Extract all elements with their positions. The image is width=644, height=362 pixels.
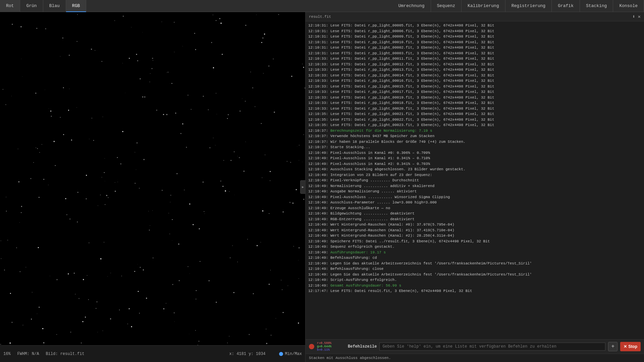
log-line: 12:10:33: Lese FITS: Datei r_pp_light_00… xyxy=(308,95,641,101)
hist-g: g=0.644% xyxy=(317,345,344,348)
log-line: 12:10:49: Ausschluss-Parameter ...... lo… xyxy=(308,200,641,205)
log-line: 12:10:49: Normalisierung ........... add… xyxy=(308,183,641,189)
log-line: 12:10:49: Sequenz erfolgreich gestackt. xyxy=(308,244,641,250)
log-line: 12:10:31: Lese FITS: Datei r_pp_light_00… xyxy=(308,45,641,51)
log-line: 12:10:49: Wert Hintergrund-Rauschen (Kan… xyxy=(308,228,641,233)
log-line: 12:10:49: Pixel-Ausschluss in Kanal #1: … xyxy=(308,156,641,161)
console-log[interactable]: 12:10:31: Lese FITS: Datei r_pp_light_00… xyxy=(306,21,644,339)
star-image xyxy=(0,12,305,345)
tab-blau[interactable]: Blau xyxy=(43,0,66,12)
log-line: 12:10:49: Bildgewichtung ........... dea… xyxy=(308,211,641,217)
minmax-button[interactable]: Min/Max xyxy=(279,352,302,356)
close-console-icon[interactable]: ✕ xyxy=(638,14,641,19)
menu-registrierung[interactable]: Registrierung xyxy=(505,0,552,12)
log-line: 12:10:33: Lese FITS: Datei r_pp_light_00… xyxy=(308,67,641,73)
tab-rot[interactable]: Rot xyxy=(0,0,20,12)
log-line: 12:10:49: Ausführungsdauer: 19.17 s xyxy=(308,250,641,255)
befehlszeile-label: Befehlszeile xyxy=(348,344,377,349)
log-line: 12:10:33: Lese FITS: Datei r_pp_light_00… xyxy=(308,73,641,78)
menu-sequenz[interactable]: Sequenz xyxy=(431,0,462,12)
zoom-info: 16% xyxy=(3,352,11,356)
console-bottom: r=0.588% g=0.644% b=0.11% Befehlszeile +… xyxy=(306,339,644,362)
minmax-label: Min/Max xyxy=(285,352,302,356)
stop-button[interactable]: ✕ Stop xyxy=(620,342,641,351)
log-line: 12:10:31: Lese FITS: Datei r_pp_light_00… xyxy=(308,40,641,45)
log-line: 12:10:33: Lese FITS: Datei r_pp_light_00… xyxy=(308,56,641,62)
menu-kalibrierung[interactable]: Kalibrierung xyxy=(462,0,505,12)
status-indicator xyxy=(309,344,314,349)
log-line: 12:10:33: Lese FITS: Datei r_pp_light_00… xyxy=(308,62,641,67)
add-command-button[interactable]: + xyxy=(608,342,618,351)
fwhm-info: FWHM: N/A xyxy=(17,352,39,356)
log-line: 12:10:49: Pixel-Ausschluss in Kanal #2: … xyxy=(308,161,641,167)
console-header: result.fit ⬇ ✕ xyxy=(306,12,644,21)
collapse-arrow[interactable]: ▶ xyxy=(300,180,305,194)
log-line: 12:10:49: Legen Sie das aktuelle Arbeits… xyxy=(308,272,641,278)
image-name: Bild: result.fit xyxy=(46,352,84,356)
log-line: 12:10:49: Wert Hintergrund-Rauschen (Kan… xyxy=(308,233,641,239)
log-line: 12:10:49: Script-Ausführung erfolgreich. xyxy=(308,277,641,283)
menu-konsole[interactable]: Konsole xyxy=(613,0,644,12)
result-fit-label: result.fit xyxy=(309,15,331,19)
status-bar: Stacken mit Ausschluss abgeschlossen. xyxy=(306,354,644,362)
log-line: 12:10:31: Lese FITS: Datei r_pp_light_00… xyxy=(308,34,641,40)
log-line: 12:10:35: Lese FITS: Datei r_pp_light_00… xyxy=(308,111,641,117)
log-line: 12:10:37: Verwende höchstens 9437 MB Spe… xyxy=(308,133,641,139)
menu-grafik[interactable]: Grafik xyxy=(552,0,580,12)
stop-label: Stop xyxy=(628,344,637,349)
log-line: 12:10:37: Starte Stacking... xyxy=(308,144,641,150)
log-line: 12:10:49: Legen Sie das aktuelle Arbeits… xyxy=(308,261,641,266)
coords-info: x: 4181 y: 1034 xyxy=(229,352,266,356)
hist-r: r=0.588% xyxy=(317,342,344,345)
console-toolbar: ⬇ ✕ xyxy=(632,14,641,19)
log-line: 12:10:49: Pixel-Ausschluss in Kanal #0: … xyxy=(308,150,641,156)
tab-gruen[interactable]: Grün xyxy=(20,0,43,12)
log-line: 12:10:49: Erzeuge Ausschlußkarte — no xyxy=(308,205,641,211)
log-line: 12:10:37: Berechnungszeit für die Normal… xyxy=(308,128,641,134)
log-line: 12:10:49: Ausschluss Stacking abgeschlos… xyxy=(308,167,641,172)
menu-stacking[interactable]: Stacking xyxy=(580,0,613,12)
befehlszeile-bar: r=0.588% g=0.644% b=0.11% Befehlszeile +… xyxy=(306,340,644,354)
log-line: 12:10:49: Integration von 23 Bildern auf… xyxy=(308,172,641,178)
log-line: 12:10:31: Lese FITS: Datei r_pp_light_00… xyxy=(308,28,641,34)
log-line: 12:10:33: Lese FITS: Datei r_pp_light_00… xyxy=(308,84,641,89)
image-panel: ▶ 16% FWHM: N/A Bild: result.fit x: 4181… xyxy=(0,12,305,362)
image-footer: 16% FWHM: N/A Bild: result.fit x: 4181 y… xyxy=(0,345,305,362)
log-line: 12:10:31: Lese FITS: Datei r_pp_light_00… xyxy=(308,23,641,28)
histogram-mini: r=0.588% g=0.644% b=0.11% xyxy=(317,342,344,352)
main-layout: ▶ 16% FWHM: N/A Bild: result.fit x: 4181… xyxy=(0,12,644,362)
log-line: 12:10:49: Pixel-Ausschluss ........... W… xyxy=(308,194,641,200)
log-line: 12:10:49: Befehlsausführung: cd xyxy=(308,255,641,261)
log-line: 12:10:49: RGB-Entzerrung ........... dea… xyxy=(308,217,641,222)
log-line: 12:10:33: Lese FITS: Datei r_pp_light_00… xyxy=(308,78,641,84)
menu-umrechnung[interactable]: Umrechnung xyxy=(392,0,431,12)
log-line: 12:10:35: Lese FITS: Datei r_pp_light_00… xyxy=(308,122,641,128)
console-panel: result.fit ⬇ ✕ 12:10:31: Lese FITS: Date… xyxy=(305,12,644,362)
log-line: 12:10:37: Wir haben 18 parallele Blocks … xyxy=(308,139,641,145)
hist-b: b=0.11% xyxy=(317,348,344,352)
log-line: 12:10:35: Lese FITS: Datei r_pp_light_00… xyxy=(308,117,641,123)
log-line: 12:10:33: Lese FITS: Datei r_pp_light_00… xyxy=(308,89,641,95)
log-line: 12:10:49: Ausgabe Normalisierung ...... … xyxy=(308,189,641,194)
top-nav: Rot Grün Blau RGB Umrechnung Sequenz Kal… xyxy=(0,0,644,12)
log-line: 12:10:49: Wert Hintergrund-Rauschen (Kan… xyxy=(308,222,641,228)
log-line: 12:10:49: Befehlsausführung: close xyxy=(308,266,641,272)
log-line: 12:10:33: Lese FITS: Datei r_pp_light_00… xyxy=(308,106,641,112)
stop-icon: ✕ xyxy=(624,344,627,349)
log-line: 12:10:31: Lese FITS: Datei r_pp_light_00… xyxy=(308,51,641,56)
log-line: 12:10:33: Lese FITS: Datei r_pp_light_00… xyxy=(308,100,641,106)
log-line: 12:10:49: Gesamt Ausführungsdauer: 56.99… xyxy=(308,283,641,289)
log-line: 12:10:49: Speichere FITS: Datei ../resul… xyxy=(308,239,641,244)
download-icon[interactable]: ⬇ xyxy=(632,14,635,19)
log-line: 12:17:47: Lese FITS: Datei result.fit, 3… xyxy=(308,288,641,294)
minmax-icon xyxy=(279,352,283,356)
log-line: 12:10:49: Pixel-Verknüpfung ......... Du… xyxy=(308,178,641,183)
tab-rgb[interactable]: RGB xyxy=(66,0,86,12)
command-input[interactable] xyxy=(379,343,605,351)
